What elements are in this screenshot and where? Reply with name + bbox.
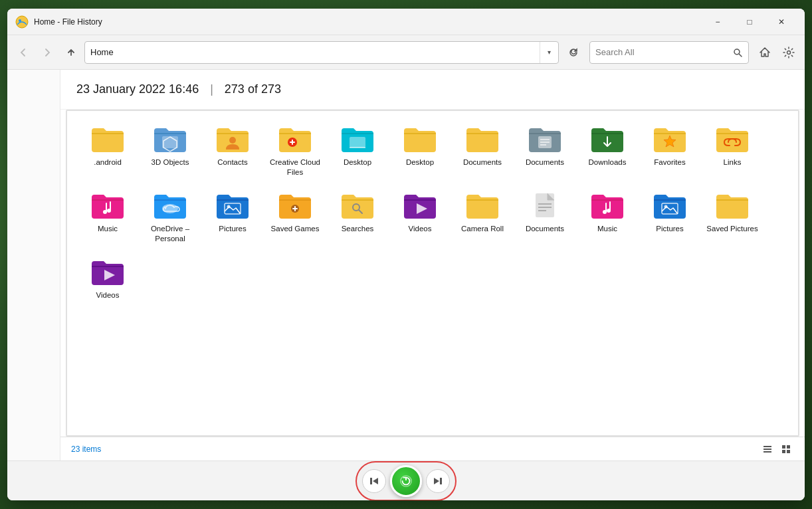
folder-documents-yellow-icon [465, 124, 500, 153]
next-icon [433, 476, 443, 486]
list-item[interactable]: Music [577, 185, 637, 249]
folder-saved-games-icon [278, 191, 312, 220]
file-grid-container: .android 3D Objects Contacts [66, 110, 799, 437]
list-item[interactable]: Videos [78, 252, 138, 306]
forward-button[interactable] [37, 42, 58, 63]
items-count: 23 items [71, 445, 101, 454]
svg-rect-36 [782, 450, 785, 453]
folder-downloads-icon [590, 124, 625, 153]
restore-button[interactable] [390, 465, 422, 497]
main-window: Home - File History − □ ✕ ▾ [7, 9, 805, 500]
folder-pictures-blue-icon [215, 191, 250, 220]
list-item[interactable]: Saved Games [265, 185, 325, 249]
list-item[interactable]: Downloads [577, 119, 637, 183]
folder-creative-cloud-icon [278, 124, 312, 153]
file-name: Documents [526, 224, 564, 234]
svg-rect-32 [763, 449, 771, 450]
address-dropdown-button[interactable]: ▾ [540, 42, 558, 63]
list-item[interactable]: .android [78, 119, 138, 183]
next-button[interactable] [426, 469, 450, 493]
list-item[interactable]: Documents [515, 119, 575, 183]
list-item[interactable]: Camera Roll [453, 185, 512, 249]
file-name: Camera Roll [461, 224, 504, 234]
folder-desktop-yellow-icon [403, 124, 437, 153]
minimize-button[interactable]: − [702, 12, 733, 32]
sidebar [7, 70, 60, 460]
list-item[interactable]: Creative Cloud Files [265, 119, 325, 183]
file-name: Links [724, 157, 742, 167]
folder-searches-icon [340, 191, 375, 220]
close-button[interactable]: ✕ [766, 12, 797, 32]
folder-videos-purple2-icon [90, 257, 125, 286]
settings-button[interactable] [778, 42, 799, 63]
restore-button[interactable]: □ [734, 12, 765, 32]
folder-documents-gray-icon [528, 124, 562, 153]
list-item[interactable]: Videos [390, 185, 450, 249]
status-bar: 23 items [60, 437, 805, 460]
search-bar [589, 41, 749, 64]
titlebar: Home - File History − □ ✕ [7, 9, 805, 35]
svg-rect-33 [763, 451, 771, 453]
list-view-button[interactable] [760, 441, 775, 457]
svg-point-1 [19, 19, 21, 22]
folder-onedrive-icon [153, 191, 187, 220]
list-item[interactable]: Music [78, 185, 138, 249]
folder-saved-pictures-icon [715, 191, 750, 220]
back-icon [19, 48, 28, 57]
list-item[interactable]: Links [702, 119, 762, 183]
up-button[interactable] [60, 42, 82, 63]
up-icon [66, 48, 76, 57]
list-item[interactable]: 3D Objects [140, 119, 200, 183]
svg-point-15 [107, 209, 111, 213]
content-area: 23 January 2022 16:46 | 273 of 273 .andr… [7, 70, 805, 460]
list-item[interactable]: OneDrive – Personal [140, 185, 200, 249]
window-controls: − □ ✕ [702, 12, 797, 32]
gear-icon [783, 47, 795, 58]
file-name: 3D Objects [152, 157, 189, 167]
svg-marker-42 [434, 478, 439, 484]
list-item[interactable]: Contacts [203, 119, 262, 183]
list-item[interactable]: Searches [328, 185, 387, 249]
svg-rect-31 [763, 446, 771, 447]
breadcrumb-date: 23 January 2022 16:46 [76, 82, 199, 96]
previous-button[interactable] [362, 469, 386, 493]
doc-file-icon [528, 191, 562, 220]
file-name: Desktop [406, 157, 434, 167]
svg-point-3 [787, 51, 791, 54]
breadcrumb-separator: | [207, 82, 217, 96]
playback-bar [7, 460, 805, 500]
folder-music-pink2-icon [590, 191, 625, 220]
search-input[interactable] [590, 42, 727, 63]
file-name: Pictures [219, 224, 247, 234]
list-item[interactable]: Favorites [640, 119, 700, 183]
toolbar-right-buttons [754, 42, 799, 63]
list-item[interactable]: Saved Pictures [702, 185, 762, 249]
home-button[interactable] [754, 42, 775, 63]
list-item[interactable]: Desktop [328, 119, 387, 183]
view-buttons [760, 441, 794, 457]
folder-pictures-blue2-icon [653, 191, 687, 220]
list-item[interactable]: Documents [453, 119, 512, 183]
file-grid: .android 3D Objects Contacts [78, 119, 787, 306]
list-item[interactable]: Pictures [203, 185, 262, 249]
refresh-button[interactable] [563, 42, 584, 63]
svg-rect-4 [162, 136, 178, 148]
folder-music-pink-icon [90, 191, 125, 220]
breadcrumb-count: 273 of 273 [225, 82, 281, 96]
svg-rect-41 [440, 478, 442, 484]
search-button[interactable] [727, 42, 748, 63]
address-input[interactable] [85, 42, 540, 63]
file-name: Saved Pictures [706, 224, 758, 234]
svg-point-27 [607, 209, 611, 213]
svg-point-2 [734, 49, 740, 54]
svg-point-6 [229, 137, 236, 144]
file-name: Favorites [654, 157, 685, 167]
list-item[interactable]: Pictures [640, 185, 700, 249]
back-button[interactable] [13, 42, 34, 63]
list-item[interactable]: Desktop [390, 119, 450, 183]
grid-view-button[interactable] [778, 441, 794, 457]
list-item[interactable]: Documents [515, 185, 575, 249]
restore-icon [399, 474, 413, 488]
svg-point-14 [103, 210, 107, 214]
file-name: OneDrive – Personal [143, 224, 197, 244]
